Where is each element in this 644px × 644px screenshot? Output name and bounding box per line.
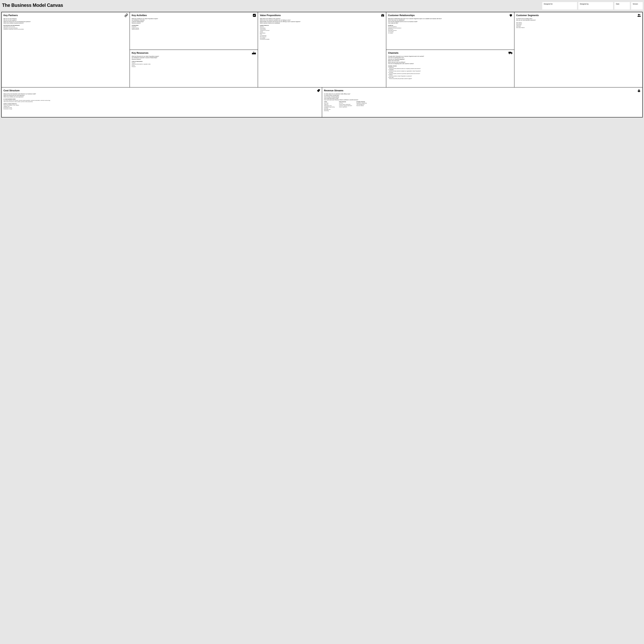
ch-phase: 3. Purchase (388, 72, 512, 73)
ka-items: Production Problem Solving Platform/Netw… (132, 26, 256, 30)
kr-i: Physical (132, 62, 256, 63)
cost-structure-cell: Cost Structure What are the most importa… (2, 87, 322, 117)
designed-for-box[interactable]: Designed for: (542, 2, 577, 10)
ka-i: Production (132, 26, 256, 27)
vp-q: What value do we deliver to the customer… (260, 18, 384, 19)
cs-i: Mass Market (516, 22, 641, 23)
kr-items: Physical Intellectual (brand patents, co… (132, 62, 256, 67)
cs-i: Segmented (516, 24, 641, 26)
moneybag-icon: $ (637, 89, 641, 92)
rev-dyn: Negotiation (bargaining) Yield Managemen… (356, 103, 367, 106)
designed-by-box[interactable]: Designed by: (578, 2, 613, 10)
ch-phase: 5. After sales (388, 77, 512, 78)
cr-i: Automated Services (388, 30, 512, 31)
rev-col-types: types Asset sale Usage fee Subscription … (324, 101, 335, 111)
key-activities-cell: Key Activities What Key Activities do ou… (130, 12, 258, 50)
rev-t: Usage fee (324, 104, 335, 105)
cr-q: How costly are they? (388, 22, 512, 24)
rev-columns: types Asset sale Usage fee Subscription … (324, 101, 641, 111)
ch-q: How are our Channels integrated? (388, 59, 512, 60)
ch-phase-txt: How do we allow customers to purchase sp… (388, 73, 512, 74)
ch-q: How are we reaching them now? (388, 57, 512, 58)
heart-icon (509, 14, 513, 17)
cr-q: How are they integrated with the rest of… (388, 21, 512, 22)
vp-i: Brand/Status (260, 32, 384, 34)
key-activities-title: Key Activities (132, 14, 256, 17)
customer-relationships-title: Customer Relationships (388, 14, 512, 17)
cs-i: Multi-sided Platform (516, 27, 641, 28)
vp-q: What bundles of products and services ar… (260, 21, 384, 22)
kr-questions: What Key Resources do our Value Proposit… (132, 56, 256, 60)
channels-cell: Channels Through which Channels do our C… (386, 50, 514, 87)
kr-i: Financial (132, 66, 256, 67)
kp-q: Which Key Activities do partners perform… (3, 22, 128, 24)
cr-i: Self-Service (388, 29, 512, 30)
rev-t: Asset sale (324, 103, 335, 104)
svg-point-14 (511, 54, 512, 54)
cost-structure-title: Cost Structure (3, 89, 320, 92)
kp-q: Which Key Resources are we acquairing fr… (3, 21, 128, 22)
ka-q: Revenue streams? (132, 22, 256, 24)
designed-by-label: Designed by: (580, 3, 612, 5)
kp-questions: Who are our Key Partners? Who are our ke… (3, 18, 128, 24)
key-partners-title: Key Partners (3, 14, 128, 17)
rev-dyn-head: dynamic pricing (356, 101, 367, 102)
cr-i: Communities (388, 31, 512, 32)
ch-phase-txt: How do we provide post-purchase customer… (388, 78, 512, 79)
svg-rect-2 (383, 15, 384, 16)
ka-questions: What Key Activities do our Value Proposi… (132, 18, 256, 24)
svg-point-12 (509, 54, 510, 54)
vp-i: Accessibility (260, 37, 384, 39)
key-partners-cell: Key Partners Who are our Key Partners? W… (2, 12, 130, 87)
ka-q: Customer Relationships? (132, 21, 256, 22)
kr-q: What Key Resources do our Value Proposit… (132, 56, 256, 57)
ka-i: Platform/Network (132, 29, 256, 30)
rev-t: Subscription Fees (324, 105, 335, 106)
cs-q: Who are our most important customers? (516, 19, 641, 21)
svg-rect-7 (253, 52, 254, 53)
rev-fixed: List Price Product feature dependent Cus… (339, 103, 352, 108)
cr-i: Dedicated Personal Assistance (388, 27, 512, 29)
cr-i: Co-creation (388, 32, 512, 34)
rev-types: Asset sale Usage fee Subscription Fees L… (324, 103, 335, 111)
people-icon (637, 14, 641, 17)
vp-questions: What value do we deliver to the customer… (260, 18, 384, 24)
rev-d: Real-time-Market (356, 105, 367, 106)
ch-subhead: channel phases (388, 66, 512, 66)
date-box[interactable]: Date: (614, 2, 630, 10)
customer-relationships-cell: Customer Relationships What type of rela… (386, 12, 514, 50)
cs-i: Niche Market (516, 23, 641, 25)
revenue-streams-cell: Revenue Streams $ For what value are our… (322, 87, 642, 117)
cs-i: Diversified (516, 26, 641, 27)
cost-i: Economies of scope (3, 108, 320, 110)
cost-i: Cost Driven (leanest cost structure, low… (3, 100, 320, 101)
cr-q: Which ones have we established? (388, 19, 512, 21)
rev-q: How would they prefer to pay? (324, 98, 641, 99)
cr-i: Personal assistance (388, 26, 512, 27)
cs-items: Mass Market Niche Market Segmented Diver… (516, 22, 641, 28)
cost-subhead1: is your business more (3, 99, 320, 100)
svg-text:$: $ (639, 90, 639, 92)
ch-q: Which ones work best? (388, 60, 512, 61)
cost-items2: Fixed Costs (salaries, rents, utilities)… (3, 105, 320, 110)
version-label: Version: (633, 3, 641, 5)
value-propositions-cell: Value Propositions What value do we deli… (258, 12, 386, 87)
vp-subhead: characteristics (260, 25, 384, 26)
kp-i: Reduction of risk and uncertainty (3, 27, 128, 29)
cost-q: What are the most important costs inhere… (3, 93, 320, 95)
svg-point-9 (253, 53, 253, 54)
kr-q: Our Distribution Channels? Customer Rela… (132, 57, 256, 58)
svg-rect-1 (381, 15, 382, 16)
ch-q: Through which Channels do our Customer S… (388, 56, 512, 57)
cr-questions: What type of relationship does each of o… (388, 18, 512, 24)
customer-segments-cell: Customer Segments For whom are we creati… (514, 12, 642, 87)
rev-questions: For what value are our customers really … (324, 93, 641, 101)
gift-icon (381, 14, 384, 17)
vp-i: Price (260, 34, 384, 35)
factory-icon (252, 51, 256, 55)
rev-f: Product feature dependent (339, 104, 352, 105)
rev-t: Brokerage fees (324, 109, 335, 110)
version-box[interactable]: Version: (631, 2, 643, 10)
ch-q: Which ones are most cost-efficient? (388, 62, 512, 63)
rev-t: Licensing (324, 108, 335, 109)
